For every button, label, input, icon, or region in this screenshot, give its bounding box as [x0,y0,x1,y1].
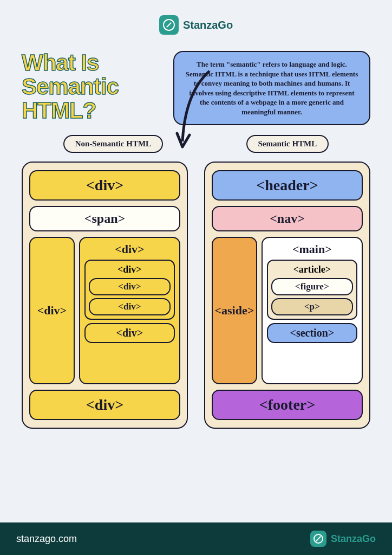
header-logo: StanzaGo [0,0,392,35]
nonsemantic-group: <div> <div> <div> <div> <div> [79,237,180,384]
page-title: What Is Semantic HTML? [22,51,162,122]
label-nonsemantic: Non-Semantic HTML [63,135,163,153]
label-semantic: Semantic HTML [246,135,329,153]
panel-semantic: <header> <nav> <aside> <main> <article> … [204,162,370,429]
footer-url: stanzago.com [16,533,77,545]
semantic-p: <p> [271,298,353,315]
nonsemantic-inner-title: <div> [89,264,171,275]
nonsemantic-group-bottom: <div> [84,323,175,343]
semantic-footer: <footer> [212,390,363,420]
semantic-article: <article> <figure> <p> [267,260,357,320]
panel-nonsemantic: <div> <span> <div> <div> <div> <div> <di… [22,162,188,429]
semantic-main: <main> <article> <figure> <p> <section> [262,237,363,384]
semantic-section: <section> [267,323,357,343]
nonsemantic-group-title: <div> [84,242,175,256]
nonsemantic-span: <span> [29,206,180,231]
semantic-aside: <aside> [212,237,257,384]
nonsemantic-div-side: <div> [29,237,75,384]
footer-logo-icon [310,531,326,547]
nonsemantic-inner-div1: <div> [89,278,171,295]
semantic-figure: <figure> [271,278,353,295]
semantic-article-title: <article> [271,264,353,275]
semantic-main-title: <main> [267,242,357,256]
brand-name: StanzaGo [183,19,233,31]
footer-bar: stanzago.com StanzaGo [0,522,392,555]
nonsemantic-div-top: <div> [29,170,180,201]
semantic-header: <header> [212,170,363,201]
footer-logo: StanzaGo [310,531,376,547]
nonsemantic-inner-div2: <div> [89,298,171,315]
footer-brand: StanzaGo [331,533,376,545]
nonsemantic-div-bottom: <div> [29,390,180,420]
logo-icon [159,15,179,35]
nonsemantic-inner-group: <div> <div> <div> [84,260,175,320]
description-box: The term "semantic" refers to language a… [173,51,370,125]
semantic-nav: <nav> [212,206,363,231]
